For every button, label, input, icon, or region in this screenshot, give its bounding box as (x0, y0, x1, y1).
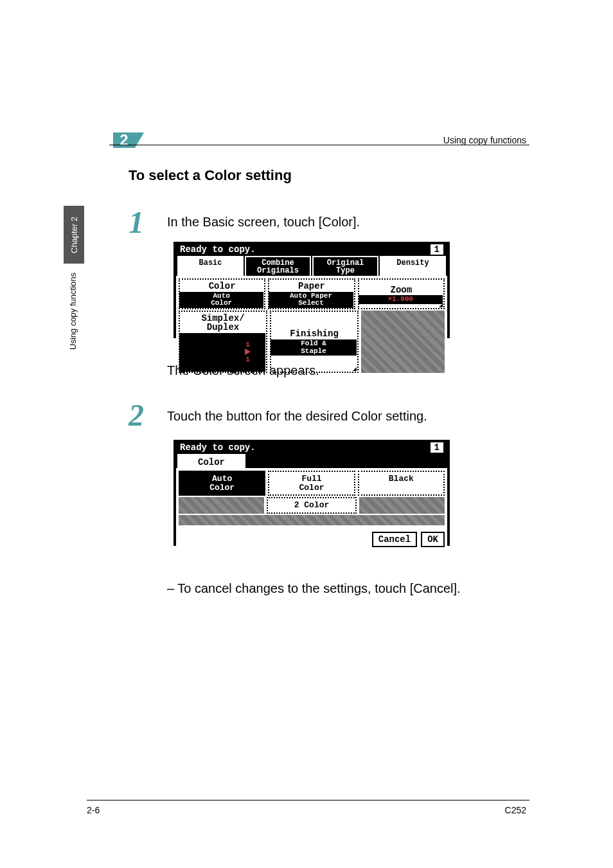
step-2-note: – To cancel changes to the settings, tou… (167, 579, 461, 598)
lcd-tab-original[interactable]: Original Type (312, 256, 378, 276)
lcd-blank-cell (361, 311, 445, 373)
lcd-btn-color-label: Color (209, 282, 236, 291)
lcd-btn-zoom-label: Zoom (391, 285, 413, 295)
lcd-opt-auto-color[interactable]: Auto Color (179, 471, 265, 496)
lcd-btn-color-sub: Auto Color (179, 292, 263, 308)
footer-page-number: 2-6 (87, 805, 100, 815)
step-1-number: 1 (129, 204, 144, 240)
header-rule (109, 145, 529, 145)
running-header: Using copy functions (443, 135, 526, 145)
lcd-btn-finishing-label: Finishing (290, 329, 339, 339)
lcd-tab-color[interactable]: Color (177, 454, 245, 468)
lcd-status: Ready to copy. (180, 244, 256, 255)
section-heading: To select a Color setting (129, 167, 292, 184)
lcd-btn-zoom[interactable]: Zoom ×1.000 (358, 278, 445, 309)
lcd-opt-black[interactable]: Black (358, 471, 445, 496)
lcd-btn-color[interactable]: Color Auto Color (179, 278, 265, 309)
step-1-after: The Color screen appears. (167, 363, 319, 378)
lcd-status-2: Ready to copy. (180, 442, 256, 453)
lcd-cancel-button[interactable]: Cancel (372, 532, 417, 547)
step-1-text: In the Basic screen, touch [Color]. (167, 215, 360, 230)
lcd-blank-cell (179, 515, 445, 525)
chapter-badge-decoration (135, 132, 144, 148)
side-section-label: Using copy functions (68, 273, 78, 350)
chapter-number-badge: 2 (113, 132, 135, 148)
lcd-btn-paper-sub: Auto Paper Select (269, 292, 353, 308)
lcd-opt-full-color[interactable]: Full Color (268, 471, 355, 496)
lcd-btn-simplex-label: Simplex/ Duplex (201, 314, 244, 332)
lcd-opt-two-color[interactable]: 2 Color (267, 497, 357, 514)
lcd-btn-paper-label: Paper (298, 282, 325, 291)
arrow-icon (245, 348, 251, 355)
lcd-counter: 1 (431, 244, 443, 255)
lcd-color-screen: Ready to copy. 1 Color Auto Color Full C… (173, 440, 450, 546)
lcd-blank-cell (179, 497, 264, 514)
lcd-blank-cell (359, 497, 445, 514)
lcd-tab-basic[interactable]: Basic (177, 256, 244, 276)
lcd-tab-density[interactable]: Density (380, 256, 446, 276)
footer-rule (87, 800, 529, 800)
lcd-counter-2: 1 (431, 442, 443, 453)
side-chapter-tab: Chapter 2 (64, 206, 84, 264)
step-2-text: Touch the button for the desired Color s… (167, 409, 427, 424)
lcd-btn-finishing-sub: Fold & Staple (271, 339, 357, 356)
lcd-btn-paper[interactable]: Paper Auto Paper Select (268, 278, 355, 309)
lcd-tab-combine[interactable]: Combine Originals (245, 256, 311, 276)
lcd-ok-button[interactable]: OK (421, 532, 445, 547)
lcd-basic-screen: Ready to copy. 1 Basic Combine Originals… (173, 242, 450, 338)
lcd-btn-zoom-sub: ×1.000 (359, 295, 443, 304)
footer-model: C252 (505, 805, 526, 815)
step-2-number: 2 (129, 397, 144, 433)
